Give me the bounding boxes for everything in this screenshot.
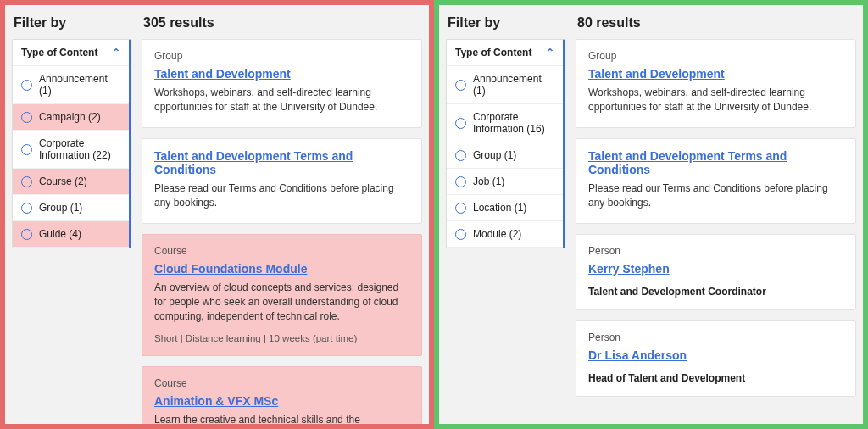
facet-toggle[interactable]: Type of Content ⌃ [447,40,563,66]
facet-option-label: Module (2) [473,228,521,240]
result-subtitle: Talent and Development Coordinator [588,286,843,298]
result-title-link[interactable]: Talent and Development Terms and Conditi… [588,149,843,176]
filter-sidebar: Filter by Type of Content ⌃ Announcement… [439,5,570,424]
result-kicker: Group [154,50,409,62]
result-card: GroupTalent and DevelopmentWorkshops, we… [142,39,422,128]
search-page-right: Filter by Type of Content ⌃ Announcement… [439,5,863,424]
radio-icon [455,80,466,91]
result-description: Please read our Terms and Conditions bef… [154,181,409,211]
facet-toggle[interactable]: Type of Content ⌃ [13,40,129,66]
facet-option-label: Announcement (1) [39,73,120,97]
radio-icon [21,112,32,123]
facet-option[interactable]: Module (2) [447,221,563,248]
result-card: Talent and Development Terms and Conditi… [142,138,422,224]
result-kicker: Course [154,377,409,389]
result-card: PersonKerry StephenTalent and Developmen… [576,234,856,310]
result-title-link[interactable]: Kerry Stephen [588,262,670,276]
facet-option[interactable]: Job (1) [447,169,563,195]
facet-option-label: Course (2) [39,176,87,187]
facet-option-label: Corporate Information (16) [473,111,554,135]
facet-option[interactable]: Location (1) [447,195,563,221]
result-description: Workshops, webinars, and self-directed l… [588,86,843,115]
facet-option-label: Announcement (1) [473,73,554,97]
facet-option-label: Group (1) [473,149,516,161]
facet-label: Type of Content [21,47,97,58]
facet-option-label: Guide (4) [39,228,81,240]
radio-icon [455,150,466,161]
result-title-link[interactable]: Animation & VFX MSc [154,394,278,408]
radio-icon [21,144,32,155]
result-kicker: Course [154,245,409,257]
result-description: Workshops, webinars, and self-directed l… [154,86,409,115]
result-card: CourseCloud Foundations ModuleAn overvie… [142,234,422,356]
result-card: CourseAnimation & VFX MScLearn the creat… [142,366,422,424]
radio-icon [21,176,32,187]
filter-sidebar: Filter by Type of Content ⌃ Announcement… [5,5,136,424]
result-title-link[interactable]: Cloud Foundations Module [154,262,307,276]
facet-option[interactable]: Corporate Information (16) [447,104,563,142]
facet-option[interactable]: Announcement (1) [447,66,563,104]
result-subtitle: Head of Talent and Development [588,372,843,384]
comparison-right-panel: Filter by Type of Content ⌃ Announcement… [434,0,868,429]
results-column: 305 results GroupTalent and DevelopmentW… [136,5,429,424]
chevron-up-icon: ⌃ [546,47,554,58]
result-card: GroupTalent and DevelopmentWorkshops, we… [576,39,856,128]
facet-option-label: Location (1) [473,202,526,214]
facet-group: Type of Content ⌃ Announcement (1)Campai… [12,39,131,248]
radio-icon [21,203,32,214]
result-description: Learn the creative and technical skills … [154,413,409,424]
facet-option-label: Group (1) [39,202,82,214]
facet-option[interactable]: Group (1) [13,195,129,221]
chevron-up-icon: ⌃ [112,47,120,58]
facet-option-label: Campaign (2) [39,111,101,123]
comparison-left-panel: Filter by Type of Content ⌃ Announcement… [0,0,434,429]
facet-option[interactable]: Group (1) [447,142,563,169]
results-column: 80 results GroupTalent and DevelopmentWo… [570,5,863,424]
facet-label: Type of Content [455,47,531,58]
results-heading: 305 results [143,15,422,31]
radio-icon [21,80,32,91]
result-kicker: Person [588,332,843,343]
facet-option[interactable]: Guide (4) [13,221,129,248]
radio-icon [21,229,32,240]
facet-option[interactable]: Campaign (2) [13,104,129,131]
result-meta: Short | Distance learning | 10 weeks (pa… [154,333,409,343]
facet-option-label: Job (1) [473,176,504,187]
result-kicker: Person [588,245,843,257]
radio-icon [455,203,466,214]
result-card: PersonDr Lisa AndersonHead of Talent and… [576,320,856,397]
result-title-link[interactable]: Dr Lisa Anderson [588,348,687,362]
filter-heading: Filter by [448,15,565,31]
result-description: Please read our Terms and Conditions bef… [588,181,843,211]
filter-heading: Filter by [14,15,131,31]
radio-icon [455,176,466,187]
facet-option[interactable]: Announcement (1) [13,66,129,104]
result-description: An overview of cloud concepts and servic… [154,281,409,325]
radio-icon [455,229,466,240]
result-kicker: Group [588,50,843,62]
results-heading: 80 results [577,15,856,31]
facet-group: Type of Content ⌃ Announcement (1)Corpor… [446,39,565,248]
search-page-left: Filter by Type of Content ⌃ Announcement… [5,5,429,424]
result-card: Talent and Development Terms and Conditi… [576,138,856,224]
result-title-link[interactable]: Talent and Development Terms and Conditi… [154,149,409,176]
result-title-link[interactable]: Talent and Development [588,67,725,81]
facet-option-label: Corporate Information (22) [39,137,120,161]
facet-option[interactable]: Course (2) [13,169,129,195]
facet-option[interactable]: Corporate Information (22) [13,131,129,169]
result-title-link[interactable]: Talent and Development [154,67,291,81]
radio-icon [455,118,466,129]
